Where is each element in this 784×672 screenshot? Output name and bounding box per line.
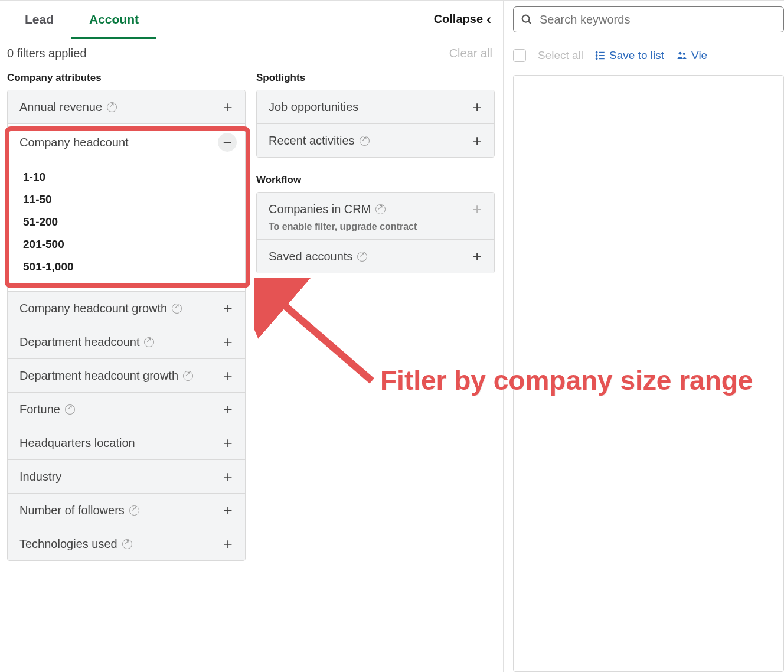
filters-panel: Lead Account Collapse ‹ 0 filters applie… <box>0 0 504 672</box>
plus-icon: + <box>219 334 237 350</box>
filter-upgrade-note: To enable filter, upgrade contract <box>269 221 486 232</box>
svg-point-5 <box>596 52 597 53</box>
external-link-icon <box>65 404 75 415</box>
plus-icon: + <box>468 133 486 148</box>
plus-icon: + <box>219 301 237 316</box>
filters-applied-text: 0 filters applied <box>7 47 87 60</box>
svg-point-0 <box>522 15 530 22</box>
right-filter-column: Spotlights Job opportunities + Recent ac… <box>256 68 495 561</box>
plus-icon: + <box>219 435 237 451</box>
company-attributes-heading: Company attributes <box>7 72 246 84</box>
spotlights-heading: Spotlights <box>256 72 495 84</box>
filter-company-headcount[interactable]: Company headcount − <box>8 124 245 161</box>
svg-point-9 <box>683 53 685 55</box>
people-icon <box>676 50 688 61</box>
svg-point-6 <box>596 55 597 56</box>
filter-label: Industry <box>19 470 61 484</box>
save-to-list-label: Save to list <box>609 49 664 62</box>
filter-label: Technologies used <box>19 537 117 551</box>
view-label: Vie <box>691 49 707 62</box>
filter-label: Annual revenue <box>19 100 102 114</box>
results-toolbar: Select all Save to list Vie <box>504 40 784 75</box>
select-all-label: Select all <box>538 49 583 62</box>
search-icon <box>520 13 533 26</box>
filter-label: Number of followers <box>19 504 125 517</box>
company-headcount-options: 1-10 11-50 51-200 201-500 501-1,000 <box>8 161 245 292</box>
collapse-label: Collapse <box>434 12 483 26</box>
filter-companies-in-crm: Companies in CRM + To enable filter, upg… <box>257 193 494 240</box>
svg-point-7 <box>596 58 597 59</box>
plus-icon: + <box>219 503 237 518</box>
option-51-200[interactable]: 51-200 <box>8 211 245 233</box>
search-input[interactable] <box>513 6 784 32</box>
filter-job-opportunities[interactable]: Job opportunities + <box>257 90 494 124</box>
external-link-icon <box>375 204 386 214</box>
clear-all-button[interactable]: Clear all <box>449 47 496 60</box>
option-501-1000[interactable]: 501-1,000 <box>8 256 245 278</box>
filter-label: Companies in CRM <box>269 203 371 216</box>
tab-row: Lead Account Collapse ‹ <box>0 1 503 38</box>
filter-headcount-growth[interactable]: Company headcount growth + <box>8 292 245 325</box>
external-link-icon <box>360 136 370 146</box>
tab-account[interactable]: Account <box>71 1 156 38</box>
plus-icon: + <box>219 402 237 417</box>
filter-label: Company headcount growth <box>19 302 167 315</box>
plus-icon: + <box>219 368 237 383</box>
filter-label: Fortune <box>19 403 60 416</box>
filters-summary: 0 filters applied Clear all <box>0 38 503 68</box>
plus-icon: + <box>219 99 237 115</box>
external-link-icon <box>357 252 367 262</box>
filter-annual-revenue[interactable]: Annual revenue + <box>8 90 245 124</box>
external-link-icon <box>144 337 154 347</box>
filter-label: Department headcount growth <box>19 369 178 383</box>
filter-recent-activities[interactable]: Recent activities + <box>257 124 494 157</box>
collapse-button[interactable]: Collapse ‹ <box>434 12 491 27</box>
select-all-checkbox[interactable] <box>513 49 526 62</box>
filter-label: Department headcount <box>19 335 139 349</box>
plus-icon: + <box>468 99 486 115</box>
external-link-icon <box>107 102 117 112</box>
results-content <box>513 75 784 672</box>
collapse-filter-button[interactable]: − <box>218 133 237 152</box>
filter-dept-headcount[interactable]: Department headcount + <box>8 325 245 359</box>
plus-icon: + <box>468 201 486 217</box>
filter-label: Recent activities <box>269 134 355 148</box>
filter-label: Saved accounts <box>269 250 352 263</box>
option-201-500[interactable]: 201-500 <box>8 233 245 256</box>
filter-technologies[interactable]: Technologies used + <box>8 527 245 560</box>
company-attributes-column: Company attributes Annual revenue + Comp… <box>7 68 246 561</box>
external-link-icon <box>122 539 132 549</box>
svg-point-8 <box>679 52 682 55</box>
filter-followers[interactable]: Number of followers + <box>8 494 245 527</box>
results-panel: Select all Save to list Vie <box>504 0 784 672</box>
chevron-left-icon: ‹ <box>486 12 491 27</box>
external-link-icon <box>183 371 193 381</box>
external-link-icon <box>172 304 182 314</box>
plus-icon: + <box>468 249 486 264</box>
filter-dept-headcount-growth[interactable]: Department headcount growth + <box>8 359 245 393</box>
plus-icon: + <box>219 469 237 484</box>
svg-line-1 <box>528 21 531 24</box>
filter-label: Company headcount <box>19 136 129 149</box>
view-similar-button[interactable]: Vie <box>676 49 707 62</box>
filter-industry[interactable]: Industry + <box>8 460 245 494</box>
filter-hq-location[interactable]: Headquarters location + <box>8 426 245 460</box>
option-1-10[interactable]: 1-10 <box>8 166 245 188</box>
external-link-icon <box>129 505 139 516</box>
list-icon <box>595 50 606 61</box>
filter-saved-accounts[interactable]: Saved accounts + <box>257 240 494 273</box>
save-to-list-button[interactable]: Save to list <box>595 49 664 62</box>
filter-fortune[interactable]: Fortune + <box>8 393 245 426</box>
filter-label: Headquarters location <box>19 436 135 450</box>
workflow-heading: Workflow <box>256 174 495 186</box>
option-11-50[interactable]: 11-50 <box>8 188 245 211</box>
minus-icon: − <box>218 135 236 150</box>
filter-label: Job opportunities <box>269 100 358 114</box>
plus-icon: + <box>219 536 237 552</box>
tab-lead[interactable]: Lead <box>7 1 71 38</box>
